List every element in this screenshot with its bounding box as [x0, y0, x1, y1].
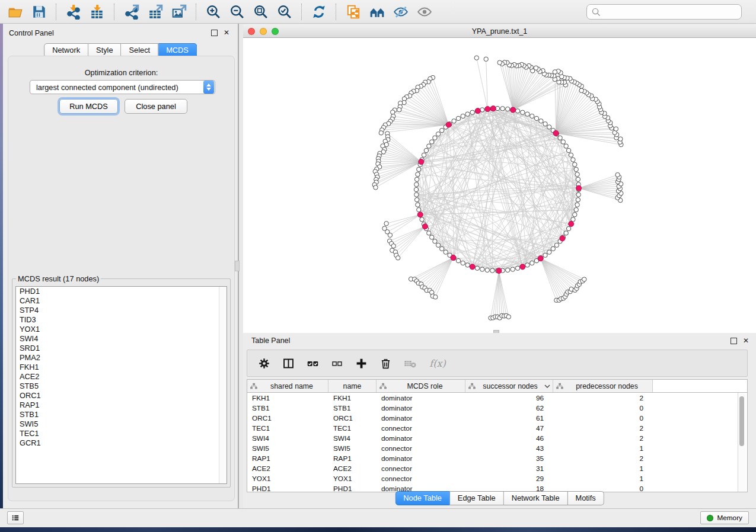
- mcds-result-item[interactable]: YOX1: [16, 325, 227, 334]
- table-row[interactable]: RAP1RAP1dominator352: [247, 453, 747, 463]
- zoom-in-icon: [206, 4, 221, 20]
- column-header-label: predecessor nodes: [564, 382, 650, 390]
- column-header-shared-name[interactable]: shared name: [247, 380, 328, 392]
- column-options-button[interactable]: [280, 354, 296, 372]
- mcds-result-item[interactable]: STB1: [16, 410, 227, 419]
- mcds-result-item[interactable]: TEC1: [16, 429, 227, 438]
- zoom-in-button[interactable]: [202, 2, 225, 22]
- table-cell: FKH1: [328, 394, 377, 402]
- mcds-list-scrollbar[interactable]: [219, 287, 227, 483]
- table-row[interactable]: FKH1FKH1dominator962: [247, 393, 747, 403]
- table-settings-button[interactable]: [256, 354, 272, 372]
- mcds-result-item[interactable]: GCR1: [16, 438, 227, 448]
- main-toolbar: [0, 0, 756, 24]
- export-table-button[interactable]: [143, 2, 167, 22]
- float-window-icon[interactable]: [211, 30, 218, 36]
- save-session-button[interactable]: [27, 2, 51, 22]
- table-cell: YOX1: [328, 475, 377, 483]
- table-row[interactable]: SWI4SWI4dominator462: [247, 433, 747, 443]
- tab-network-table[interactable]: Network Table: [504, 491, 568, 505]
- table-row[interactable]: ORC1ORC1dominator610: [247, 413, 747, 423]
- table-scrollbar-track[interactable]: [738, 393, 746, 492]
- table-cell: dominator: [377, 404, 465, 412]
- table-float-window-icon[interactable]: [731, 338, 737, 344]
- mcds-result-item[interactable]: CAR1: [16, 296, 227, 306]
- table-cell: ORC1: [328, 414, 377, 422]
- mcds-result-title: MCDS result (17 nodes): [16, 274, 101, 283]
- column-header-successor-nodes[interactable]: successor nodes: [465, 380, 553, 392]
- refresh-button[interactable]: [307, 2, 331, 22]
- mcds-result-item[interactable]: RAP1: [16, 400, 227, 410]
- mcds-result-item[interactable]: STP4: [16, 306, 227, 315]
- table-cell: 47: [465, 424, 553, 432]
- zoom-selected-button[interactable]: [273, 2, 296, 22]
- zoom-out-button[interactable]: [225, 2, 249, 22]
- column-header-name[interactable]: name: [328, 380, 377, 392]
- mcds-result-item[interactable]: PMA2: [16, 353, 227, 363]
- table-cell: ACE2: [247, 464, 328, 473]
- run-mcds-button[interactable]: Run MCDS: [59, 99, 118, 114]
- table-cell: SWI4: [328, 434, 377, 443]
- column-header-MCDS-role[interactable]: MCDS role: [377, 380, 465, 392]
- column-header-predecessor-nodes[interactable]: predecessor nodes: [553, 380, 653, 392]
- mcds-result-item[interactable]: PHD1: [16, 287, 227, 296]
- column-header-filler: [653, 380, 747, 392]
- unselect-all-columns-button[interactable]: [328, 354, 345, 372]
- column-header-label: MCDS role: [387, 382, 462, 390]
- delete-column-button[interactable]: [377, 354, 394, 372]
- mcds-result-items: PHD1CAR1STP4TID3YOX1SWI4SRD1PMA2FKH1ACE2…: [16, 287, 227, 448]
- table-close-panel-icon[interactable]: ✕: [743, 337, 749, 344]
- table-row[interactable]: YOX1YOX1connector291: [247, 473, 747, 483]
- zoom-fit-button[interactable]: [249, 2, 273, 22]
- mcds-result-item[interactable]: STB5: [16, 382, 227, 391]
- table-cell: dominator: [377, 434, 465, 443]
- mcds-result-item[interactable]: TID3: [16, 315, 227, 325]
- toolbar-separator: [196, 4, 197, 20]
- close-panel-button[interactable]: Close panel: [125, 99, 187, 114]
- table-cell: 1: [553, 475, 653, 483]
- criterion-dropdown[interactable]: largest connected component (undirected): [30, 80, 215, 94]
- mcds-result-item[interactable]: ACE2: [16, 372, 227, 382]
- memory-button[interactable]: Memory: [700, 511, 749, 524]
- mcds-result-item[interactable]: ORC1: [16, 391, 227, 400]
- table-scrollbar-thumb[interactable]: [739, 396, 744, 446]
- tab-edge-table[interactable]: Edge Table: [450, 491, 504, 505]
- export-image-button[interactable]: [167, 2, 191, 22]
- show-all-button[interactable]: [413, 2, 436, 22]
- open-file-button[interactable]: [4, 2, 27, 22]
- export-network-button[interactable]: [120, 2, 143, 22]
- select-all-columns-button[interactable]: [304, 354, 321, 372]
- delete-table-button: [401, 354, 418, 372]
- table-row[interactable]: STB1STB1dominator620: [247, 403, 747, 413]
- search-icon: [591, 7, 601, 17]
- tab-motifs[interactable]: Motifs: [568, 491, 604, 505]
- mcds-result-item[interactable]: SWI5: [16, 419, 227, 429]
- network-view-canvas[interactable]: [243, 38, 756, 333]
- table-cell: connector: [377, 444, 465, 453]
- tab-node-table[interactable]: Node Table: [395, 491, 450, 505]
- panel-divider-handle[interactable]: [235, 261, 240, 271]
- table-cell: 2: [553, 454, 653, 463]
- first-neighbors-button[interactable]: [365, 2, 389, 22]
- create-column-button[interactable]: [353, 354, 369, 372]
- memory-status-icon: [707, 515, 713, 521]
- import-network-button[interactable]: [62, 2, 85, 22]
- export-image-icon: [171, 4, 187, 20]
- duplicate-network-button[interactable]: [342, 2, 365, 22]
- dropdown-stepper-icon: [203, 81, 214, 94]
- table-row[interactable]: SWI5SWI5connector431: [247, 443, 747, 453]
- table-cell: 2: [553, 394, 653, 402]
- task-history-button[interactable]: [7, 511, 24, 524]
- network-window-titlebar[interactable]: YPA_prune.txt_1: [243, 25, 756, 38]
- table-row[interactable]: TEC1TEC1connector472: [247, 423, 747, 433]
- mcds-result-item[interactable]: FKH1: [16, 363, 227, 372]
- close-panel-icon[interactable]: ✕: [224, 29, 229, 36]
- table-cell: PHD1: [328, 485, 377, 493]
- import-table-button[interactable]: [85, 2, 109, 22]
- search-input[interactable]: [601, 7, 741, 17]
- hide-selected-button[interactable]: [389, 2, 413, 22]
- table-row[interactable]: ACE2ACE2connector311: [247, 463, 747, 473]
- mcds-result-item[interactable]: SWI4: [16, 334, 227, 344]
- import-network-icon: [66, 4, 81, 20]
- mcds-result-item[interactable]: SRD1: [16, 344, 227, 353]
